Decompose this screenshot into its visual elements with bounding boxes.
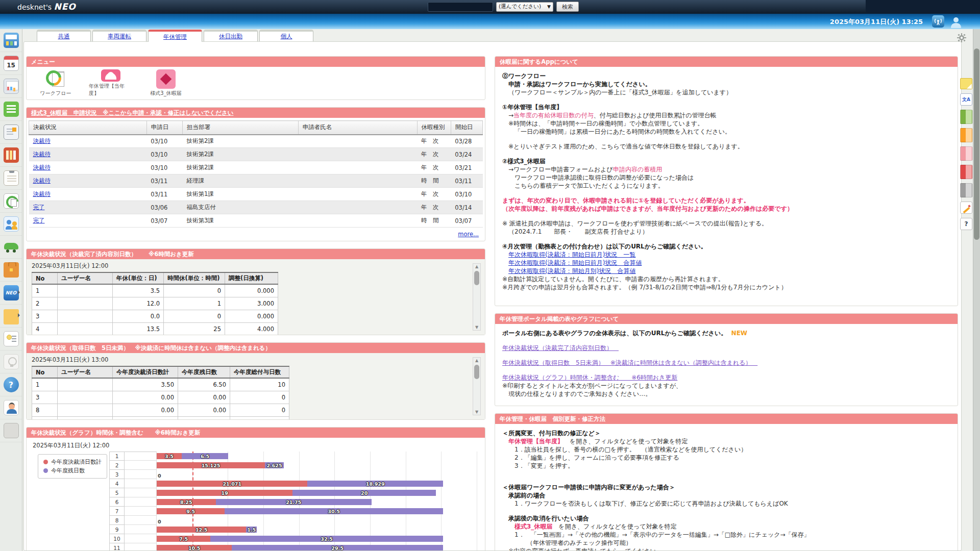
tab-3[interactable]: 年休管理 [148,30,202,42]
text-link[interactable]: 年休決裁状況（グラフ）時間休・調整含む ※6時間おき更新 [502,374,677,381]
text-segment: ④月次管理（勤務表との付け合わせ）は以下のURLからご確認ください。 [502,243,707,250]
tab-label: 車両運転 [108,33,131,40]
help-icon[interactable]: ? [4,377,19,392]
menu-item[interactable]: 年休管理【当年度】 [89,69,133,97]
status-link[interactable]: 完了 [33,217,45,224]
panel-title-link[interactable]: 様式3_休暇届 申請状況 ※ここから申請・承認・修正はしないでください [27,108,485,118]
row-plot: 8.2521.75 [157,497,479,507]
people-meeting-icon[interactable] [4,216,19,232]
swatch-red[interactable] [960,165,972,179]
row-plot: 9.530.5 [157,507,479,516]
bar-stack: 1920 [157,490,479,496]
text-line: 1．ワークフローを否決もしくは取下げ、修正など必要に応じて再申請および決裁しても… [502,499,950,508]
table-row: 30.000.000 [32,310,278,322]
panel-scrollbar[interactable]: ▲▼ [473,263,481,331]
scroll-up-icon[interactable]: ▲ [473,264,480,269]
window-scrollbar[interactable] [973,29,980,551]
table-row: 80.000.000 [32,404,289,416]
search-category-select[interactable]: (選んでください)▼ [496,2,553,12]
operator-icon[interactable] [4,400,19,415]
car-icon[interactable] [4,239,19,255]
tab-4[interactable]: 休日出勤 [204,30,258,41]
calendar-icon[interactable]: 15 [4,56,19,71]
scroll-down-icon[interactable]: ▼ [473,325,480,330]
swatch-green[interactable] [960,110,972,124]
swatch-gray[interactable] [960,183,972,197]
broadcast-icon[interactable] [932,15,944,28]
text-link[interactable]: 年休決裁状況（取得日数 5日未満） ※決裁済に時間休は含まない（調整内は含まれる… [502,359,757,366]
text-segment: 1．該当社員を探し、番号の横の□を押す。 （適宜検索などを使用してください） [502,446,747,453]
text-link[interactable]: 年次休暇取得(決裁済：開始日前月)状況 一覧 [508,251,635,258]
bar-stack: 21.07118.929 [157,481,479,487]
tab-2[interactable]: 車両運転 [92,30,146,41]
status-link[interactable]: 決裁待 [33,137,51,144]
tab-label: 休日出勤 [219,33,242,40]
column-header: 休暇種別 [417,121,451,135]
table-row: 212.013.000 [32,297,278,310]
text-segment: ※とりいそぎテスト運用のため、こちらで適当な値で年休日数を登録してあります。 [502,143,744,150]
green-list-icon[interactable] [4,102,19,117]
sticky-note-icon[interactable] [960,78,972,89]
menu-item[interactable]: 様式3_休暇届 [144,69,188,97]
tab-1[interactable]: 共通 [37,30,91,41]
pencil-icon[interactable] [960,202,972,214]
text-line: →当年度の有給休暇日数の付与、付与総日数および使用日数累計の管理台帳 [502,111,950,119]
text-link[interactable]: 年次休暇取得(決裁済：開始日前月)状況 合算値 [508,259,642,266]
sub-header-bar: 2025年03月11日(火) 13:25 [0,14,980,29]
scroll-up-icon[interactable]: ▲ [473,358,480,363]
dashboard-icon[interactable] [4,33,19,48]
scroll-down-icon[interactable]: ▼ [473,410,480,414]
row-number: 8 [109,516,125,525]
more-link[interactable]: more... [458,231,479,238]
user-profile-icon[interactable] [949,16,963,29]
text-line: ポータル右側にある表やグラフの全体表示は、以下のURLからご確認ください。 NE… [502,329,950,337]
swatch-orange[interactable] [960,128,972,142]
toolbox-icon[interactable] [4,262,19,278]
settings-gear-icon[interactable] [957,33,967,43]
chat-help-icon[interactable]: ? [960,218,972,230]
search-button[interactable]: 検索 [556,2,579,12]
text-line: （次年度以降は、前年度残があれば申請はできますが、当年度付与および更新のための操… [502,205,950,213]
bulb-icon[interactable] [4,354,19,369]
clipboard-partial-icon[interactable] [4,423,19,438]
row-plot: 1920 [157,488,479,497]
folder-icon[interactable] [4,309,19,324]
status-link[interactable]: 決裁待 [33,164,51,171]
status-link[interactable]: 決裁待 [33,190,51,197]
text-line: 1． 「一覧画面」→「その他の機能」→「表示中のデータを一括編集」→「□除外」に… [502,531,950,539]
bar-segment: 29.5 [232,545,443,551]
panel-scrollbar[interactable]: ▲▼ [473,357,481,415]
row-name [125,516,157,525]
bar-stack: 15.1252.625 [157,462,479,468]
menu-item[interactable]: ワークフロー [34,69,78,97]
bar-value-label: 18.929 [366,481,385,487]
icon-glyph: ? [9,380,13,390]
status-link[interactable]: 完了 [33,204,45,211]
status-link[interactable]: 決裁待 [33,177,51,184]
bulb-list-icon[interactable] [4,331,19,346]
tab-5[interactable]: 個人 [259,30,313,41]
scrollbar-thumb[interactable] [474,365,479,379]
portal-about-panel: 年休管理ポータル掲載の表やグラフについて ポータル右側にある表やグラフの全体表示… [495,313,958,406]
scrollbar-thumb[interactable] [474,271,479,285]
scrollbar-thumb[interactable] [974,48,979,240]
text-segment: ※月跨ぎでの申請は翌月分も合算されます。（例 7/31-8/1の2日間で申請⇒8… [502,284,787,291]
circulation-icon[interactable] [4,193,19,209]
presentation-chart-icon[interactable] [4,79,19,94]
binders-icon[interactable] [4,147,19,163]
text-link[interactable]: 年次休暇取得(決裁済：開始月別)状況 合算値 [508,267,635,274]
text-link[interactable]: 年休決裁状況（決裁完了済内容別日数） [502,344,619,352]
status-link[interactable]: 決裁待 [33,151,51,158]
clipboard-icon[interactable] [4,170,19,186]
column-header: 年休(単位：日) [113,272,164,284]
neo-icon[interactable]: NEO [4,285,19,300]
whiteboard-icon[interactable] [4,124,19,140]
swatch-pink[interactable] [960,146,972,161]
translate-icon[interactable]: 文A [960,93,972,106]
text-line: 年次休暇取得(決裁済：開始日前月)状況 一覧 [502,251,950,259]
bar-segment: 10.5 [157,545,232,551]
chart-row: 30 [109,470,479,479]
search-input[interactable] [428,2,493,12]
panel-title: 年休管理・休暇届 個別更新・修正方法 [495,414,958,424]
row-plot: 10.529.5 [157,543,479,551]
